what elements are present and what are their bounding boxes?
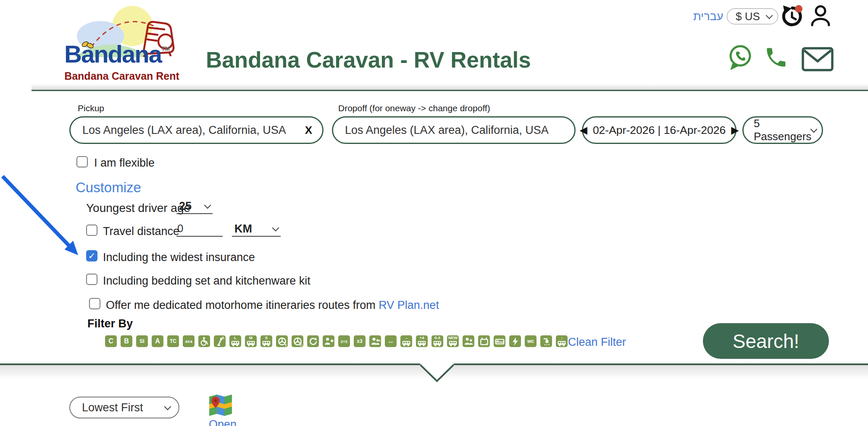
distance-unit-value: KM xyxy=(234,222,252,235)
filter-icon-driver-plus[interactable] xyxy=(323,335,334,347)
dropoff-label: Dropoff (for oneway -> change dropoff) xyxy=(338,103,490,113)
chevron-down-icon xyxy=(204,202,211,209)
filter-icon-seats-2plus2[interactable]: 2+2 xyxy=(338,335,350,347)
filter-icon-class-tc[interactable]: TC xyxy=(167,335,179,347)
itineraries-checkbox[interactable] xyxy=(89,298,100,309)
pickup-input[interactable] xyxy=(82,123,302,137)
filter-icon-steering-y[interactable]: Y xyxy=(276,335,288,347)
whatsapp-icon xyxy=(727,44,753,71)
travel-distance-field[interactable] xyxy=(176,222,223,237)
filter-icon-tv[interactable] xyxy=(478,335,490,347)
passengers-select[interactable]: 5 Passengers xyxy=(742,116,823,144)
filter-icon-class-b[interactable]: B xyxy=(121,335,132,347)
whatsapp-button[interactable] xyxy=(727,44,753,71)
sort-select[interactable]: Lowest First xyxy=(69,397,179,418)
email-button[interactable] xyxy=(802,47,834,71)
filter-icon-vehicle-width[interactable]: ↔ xyxy=(385,335,397,347)
filter-icon-shower[interactable] xyxy=(540,335,552,347)
distance-unit-select[interactable]: KM xyxy=(232,222,281,237)
chevron-down-icon xyxy=(810,126,818,133)
pickup-clear-button[interactable]: x xyxy=(302,124,322,137)
customize-link[interactable]: Customize xyxy=(76,180,141,196)
filter-icon-class-a[interactable]: A xyxy=(152,335,163,347)
filter-icon-wheelchair[interactable] xyxy=(198,335,210,347)
phone-button[interactable] xyxy=(764,45,788,70)
bedding-checkbox[interactable] xyxy=(86,274,97,285)
logo-brand-text: BandanaTM xyxy=(64,42,170,66)
filter-icon-van-size-s[interactable]: S xyxy=(260,335,272,347)
search-button[interactable]: Search! xyxy=(703,323,829,359)
driver-age-value: 25 xyxy=(179,200,192,213)
filter-icon-family-plus[interactable]: + xyxy=(369,335,381,347)
filter-icon-offroad-4x4[interactable]: 4X4 xyxy=(183,335,195,347)
currency-select[interactable]: $ US xyxy=(727,8,778,24)
filter-icon-oneway-van[interactable]: → xyxy=(400,335,412,347)
history-button[interactable] xyxy=(780,4,803,28)
account-button[interactable] xyxy=(809,4,832,28)
filter-icon-dropoff-van[interactable]: ↓ xyxy=(556,335,568,347)
driver-age-select[interactable]: 25 xyxy=(176,199,213,214)
history-icon xyxy=(780,4,803,28)
page: BandanaTM Bandana Caravan Rent Bandana C… xyxy=(0,0,868,426)
filter-icon-power[interactable] xyxy=(509,335,521,347)
filter-icon-automatic-transmission[interactable]: A xyxy=(214,335,226,347)
dropoff-input[interactable] xyxy=(344,123,564,137)
dates-field[interactable]: ◀ 02-Apr-2026 | 16-Apr-2026 ▶ xyxy=(582,116,736,144)
open-map-label[interactable]: Open Map xyxy=(197,418,248,426)
date-next-arrow[interactable]: ▶ xyxy=(731,125,739,135)
filter-icon-steering-c[interactable]: C xyxy=(292,335,303,347)
chevron-down-icon xyxy=(272,225,279,232)
insurance-label: Including the widest insurance xyxy=(103,251,255,264)
travel-distance-input[interactable] xyxy=(176,222,224,235)
filter-by-heading: Filter By xyxy=(87,317,133,330)
currency-value: $ US xyxy=(736,10,760,23)
email-icon xyxy=(802,47,834,71)
phone-icon xyxy=(764,45,788,70)
dropoff-field[interactable] xyxy=(332,116,576,144)
filter-icon-van-age-0-3[interactable]: 0-3 xyxy=(431,335,443,347)
sort-value: Lowest First xyxy=(82,401,143,414)
pickup-field[interactable]: x xyxy=(69,116,324,144)
bedding-label: Including bedding set and kitchenware ki… xyxy=(103,274,310,287)
page-title: Bandana Caravan - RV Rentals xyxy=(206,47,531,73)
travel-distance-label: Travel distance xyxy=(103,225,179,238)
filter-icon-seats-x3[interactable]: x3 xyxy=(354,335,366,347)
divider-notch xyxy=(420,363,454,383)
filter-icon-van-new[interactable]: NEW xyxy=(447,335,459,347)
logo[interactable]: BandanaTM Bandana Caravan Rent xyxy=(57,2,187,83)
dates-value: 02-Apr-2026 | 16-Apr-2026 xyxy=(593,124,726,137)
itineraries-label: Offer me dedicated motorhome itineraries… xyxy=(106,299,439,312)
driver-age-label: Youngest driver age xyxy=(86,201,190,215)
filter-icon-bed[interactable] xyxy=(494,335,505,347)
flexible-label: I am flexible xyxy=(94,157,155,170)
filter-icon-van-size-l[interactable]: L xyxy=(229,335,241,347)
chevron-down-icon xyxy=(766,12,773,19)
filter-icons-row: CBSIATC4X4ALMSYC2+2x3+↔→+40-3NEWwc↓ xyxy=(105,335,568,347)
filter-icon-rotation[interactable] xyxy=(307,335,319,347)
insurance-checkbox[interactable]: ✓ xyxy=(86,250,97,261)
filter-icon-family[interactable] xyxy=(463,335,474,347)
filter-icon-class-si[interactable]: SI xyxy=(136,335,148,347)
filter-icon-van-size-m[interactable]: M xyxy=(245,335,257,347)
filter-icon-wc[interactable]: wc xyxy=(525,335,537,347)
open-map-button[interactable] xyxy=(207,392,233,417)
rv-plan-link[interactable]: RV Plan.net xyxy=(379,299,439,311)
language-link[interactable]: עברית xyxy=(693,10,723,23)
account-icon xyxy=(809,4,832,28)
logo-subtitle: Bandana Caravan Rent xyxy=(57,70,187,82)
date-prev-arrow[interactable]: ◀ xyxy=(579,125,587,135)
filter-icon-van-plus4[interactable]: +4 xyxy=(416,335,428,347)
travel-distance-checkbox[interactable] xyxy=(86,225,97,236)
pickup-label: Pickup xyxy=(78,103,104,113)
flexible-checkbox[interactable] xyxy=(76,156,88,167)
clean-filter-link[interactable]: Clean Filter xyxy=(568,336,626,349)
filter-icon-class-c[interactable]: C xyxy=(105,335,117,347)
chevron-down-icon xyxy=(164,403,171,410)
passengers-value: 5 Passengers xyxy=(754,117,811,143)
logo-tm: TM xyxy=(161,45,170,52)
header-divider xyxy=(32,84,868,91)
map-icon xyxy=(207,392,233,417)
